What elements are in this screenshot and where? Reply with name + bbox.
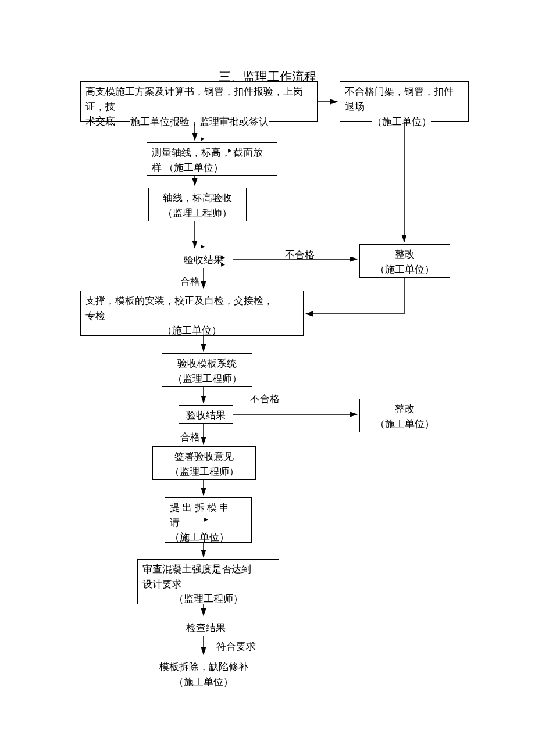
label-fail-1: 不合格 <box>285 249 315 261</box>
text-line: 验收模板系统 <box>167 356 247 371</box>
text-line: 轴线，标高验收 <box>154 191 241 206</box>
text-line: 退场 <box>345 99 463 114</box>
box-remove-apply: 提 出 拆 模 申 请 （施工单位） <box>165 497 252 543</box>
text-line: 签署验收意见 <box>158 449 251 464</box>
text-line: 整改 <box>365 402 445 417</box>
triangle-icon: ◂ <box>201 278 205 286</box>
text-line: 验收结果 <box>184 255 223 266</box>
triangle-icon: ▸ <box>204 515 208 524</box>
triangle-icon: ▸ <box>201 242 205 250</box>
text-line: 提 出 拆 模 申 <box>170 500 247 515</box>
text-line: 高支模施工方案及计算书，钢管，扣件报验，上岗证，技 <box>85 84 312 114</box>
box-sign-opinion: 签署验收意见 （监理工程师） <box>152 446 256 480</box>
box-check-result: 检查结果 <box>179 618 233 636</box>
box-check-strength: 审查混凝土强度是否达到 设计要求 （监理工程师） <box>137 559 279 604</box>
text-line: （监理工程师） <box>142 592 274 607</box>
box-support-install: 支撑，模板的安装，校正及自检，交接检， 专检 （施工单位） <box>80 291 304 336</box>
text-line: 模板拆除，缺陷修补 <box>147 660 260 675</box>
text-line: 请 <box>170 515 247 531</box>
text-line: 整改 <box>365 247 445 262</box>
label-fail-2: 不合格 <box>250 393 280 406</box>
box-final-remove: 模板拆除，缺陷修补 （施工单位） <box>142 657 265 690</box>
text-line: （监理工程师） <box>167 371 247 386</box>
box-axis-accept: 轴线，标高验收 （监理工程师） <box>148 188 247 221</box>
label-pass-2: 合格 <box>180 431 200 444</box>
text-line: （监理工程师） <box>158 464 251 479</box>
text-line: （施工单位） <box>365 262 445 277</box>
text-line: 设计要求 <box>142 577 274 592</box>
text-line: 检查结果 <box>186 622 226 633</box>
label-pass-1: 合格 <box>180 275 200 288</box>
text-line: 测量轴线，标高， 截面放 <box>152 145 272 160</box>
box-accept-template: 验收模板系统 （监理工程师） <box>162 353 252 387</box>
sub-label: （施工单位） <box>372 116 431 128</box>
text-line: 不合格门架，钢管，扣件 <box>345 84 463 99</box>
triangle-icon: ▸ <box>221 260 225 268</box>
text-line: （施工单位） <box>365 417 445 432</box>
text-line: （施工单位） <box>147 675 260 690</box>
text-line: （施工单位） <box>170 530 247 545</box>
box-rectify-1: 整改 （施工单位） <box>359 244 450 278</box>
text-line: 审查混凝土强度是否达到 <box>142 562 274 577</box>
label-meets: 符合要求 <box>216 640 256 653</box>
text-line: （监理工程师） <box>154 206 241 221</box>
text-line: （施工单位） <box>85 323 298 338</box>
sub-label: 施工单位报验，监理审批或签认 <box>130 116 269 128</box>
text-line: 支撑，模板的安装，校正及自检，交接检， <box>85 293 298 309</box>
triangle-icon: ▸ <box>201 135 205 143</box>
box-measure: 测量轴线，标高， 截面放 样 （施工单位） <box>147 142 277 176</box>
text-line: 专检 <box>85 309 298 324</box>
text-line: 样 （施工单位） <box>152 160 272 175</box>
text-line: 验收结果 <box>186 410 226 421</box>
box-result-2: 验收结果 <box>179 405 233 424</box>
triangle-icon: ▸ <box>228 146 232 155</box>
box-rectify-2: 整改 （施工单位） <box>359 399 450 432</box>
